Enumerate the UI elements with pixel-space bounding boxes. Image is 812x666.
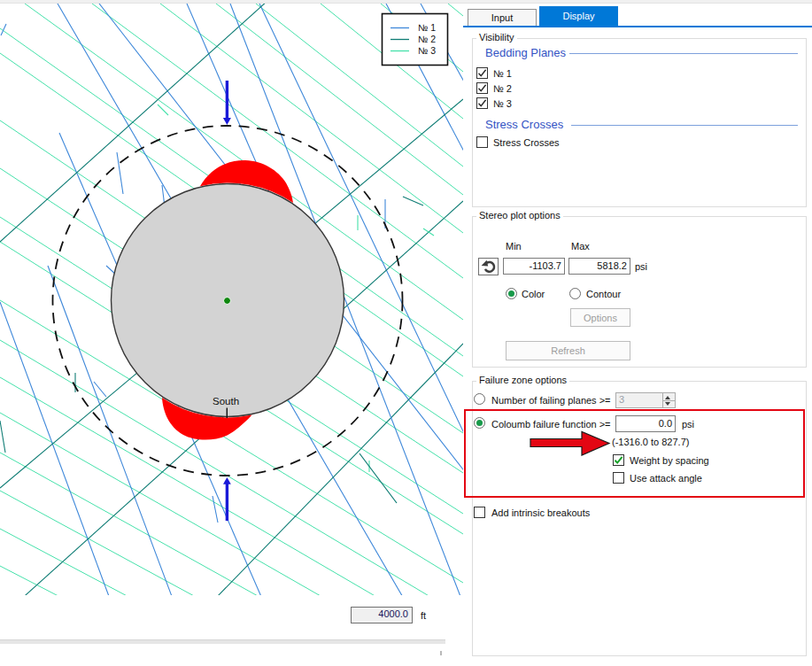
svg-text:South: South — [213, 396, 239, 407]
svg-text:№ 1: № 1 — [418, 22, 436, 33]
svg-text:№ 3: № 3 — [418, 45, 436, 56]
svg-text:№ 2: № 2 — [418, 34, 436, 44]
